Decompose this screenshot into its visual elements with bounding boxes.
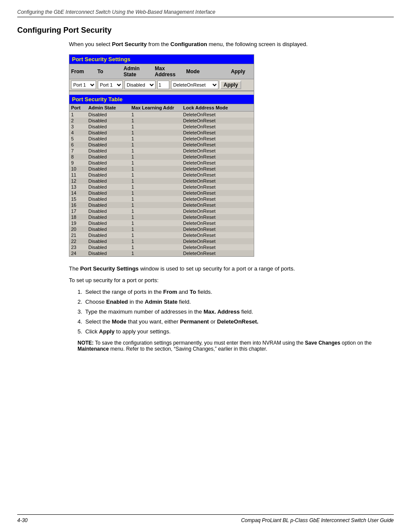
cell-mode: DeleteOnReset bbox=[181, 184, 254, 190]
table-row: 23 Disabled 1 DeleteOnReset bbox=[69, 244, 254, 250]
cell-max: 1 bbox=[130, 250, 181, 256]
table-row: 11 Disabled 1 DeleteOnReset bbox=[69, 172, 254, 178]
page-number: 4-30 bbox=[17, 517, 28, 523]
table-row: 10 Disabled 1 DeleteOnReset bbox=[69, 166, 254, 172]
cell-mode: DeleteOnReset bbox=[181, 136, 254, 142]
table-row: 19 Disabled 1 DeleteOnReset bbox=[69, 220, 254, 226]
cell-port: 16 bbox=[69, 202, 87, 208]
cell-port: 23 bbox=[69, 244, 87, 250]
cell-max: 1 bbox=[130, 202, 181, 208]
cell-max: 1 bbox=[130, 184, 181, 190]
from-group: Port 1 bbox=[71, 81, 96, 89]
cell-port: 8 bbox=[69, 154, 87, 160]
table-row: 22 Disabled 1 DeleteOnReset bbox=[69, 238, 254, 244]
step-2: 2. Choose Enabled in the Admin State fie… bbox=[78, 299, 394, 305]
pss-header: Port Security Settings bbox=[69, 55, 254, 64]
to-group: Port 1 bbox=[98, 81, 123, 89]
description-text1: The Port Security Settings window is use… bbox=[69, 265, 394, 272]
cell-mode: DeleteOnReset bbox=[181, 118, 254, 124]
from-select[interactable]: Port 1 bbox=[71, 81, 96, 89]
step-4: 4. Select the Mode that you want, either… bbox=[78, 318, 394, 325]
table-row: 24 Disabled 1 DeleteOnReset bbox=[69, 250, 254, 256]
cell-port: 17 bbox=[69, 208, 87, 214]
admin-state-select[interactable]: Disabled Enabled bbox=[125, 81, 156, 89]
table-row: 1 Disabled 1 DeleteOnReset bbox=[69, 112, 254, 118]
cell-admin: Disabled bbox=[87, 136, 130, 142]
th-admin: Admin State bbox=[87, 104, 130, 112]
steps-list: 1. Select the range of ports in the From… bbox=[78, 289, 394, 335]
table-row: 2 Disabled 1 DeleteOnReset bbox=[69, 118, 254, 124]
table-row: 8 Disabled 1 DeleteOnReset bbox=[69, 154, 254, 160]
cell-mode: DeleteOnReset bbox=[181, 142, 254, 148]
table-row: 3 Disabled 1 DeleteOnReset bbox=[69, 124, 254, 130]
cell-admin: Disabled bbox=[87, 130, 130, 136]
guide-title: Compaq ProLiant BL p-Class GbE Interconn… bbox=[241, 517, 394, 523]
cell-max: 1 bbox=[130, 214, 181, 220]
to-select[interactable]: Port 1 bbox=[98, 81, 123, 89]
cell-max: 1 bbox=[130, 208, 181, 214]
pss-column-headers: From To Admin State Max Address Mode App… bbox=[69, 64, 254, 79]
mode-select[interactable]: DeleteOnReset Permanent bbox=[171, 81, 218, 89]
th-port: Port bbox=[69, 104, 87, 112]
table-row: 6 Disabled 1 DeleteOnReset bbox=[69, 142, 254, 148]
cell-port: 5 bbox=[69, 136, 87, 142]
intro-text: When you select Port Security from the C… bbox=[69, 41, 394, 47]
cell-port: 24 bbox=[69, 250, 87, 256]
cell-mode: DeleteOnReset bbox=[181, 172, 254, 178]
cell-admin: Disabled bbox=[87, 190, 130, 196]
max-address-input[interactable] bbox=[157, 81, 169, 89]
cell-port: 14 bbox=[69, 190, 87, 196]
cell-admin: Disabled bbox=[87, 202, 130, 208]
cell-max: 1 bbox=[130, 226, 181, 232]
cell-mode: DeleteOnReset bbox=[181, 226, 254, 232]
cell-mode: DeleteOnReset bbox=[181, 154, 254, 160]
table-row: 14 Disabled 1 DeleteOnReset bbox=[69, 190, 254, 196]
col-header-from: From bbox=[71, 68, 93, 75]
table-row: 18 Disabled 1 DeleteOnReset bbox=[69, 214, 254, 220]
cell-max: 1 bbox=[130, 112, 181, 118]
cell-admin: Disabled bbox=[87, 226, 130, 232]
table-row: 12 Disabled 1 DeleteOnReset bbox=[69, 178, 254, 184]
cell-admin: Disabled bbox=[87, 220, 130, 226]
cell-max: 1 bbox=[130, 190, 181, 196]
cell-port: 2 bbox=[69, 118, 87, 124]
cell-mode: DeleteOnReset bbox=[181, 196, 254, 202]
port-security-table: Port Admin State Max Learning Addr Lock … bbox=[69, 104, 254, 256]
cell-port: 10 bbox=[69, 166, 87, 172]
cell-admin: Disabled bbox=[87, 208, 130, 214]
screenshot-container: Port Security Settings From To Admin Sta… bbox=[69, 54, 254, 257]
cell-admin: Disabled bbox=[87, 250, 130, 256]
page-title: Configuring Port Security bbox=[17, 26, 394, 35]
cell-max: 1 bbox=[130, 160, 181, 166]
table-row: 17 Disabled 1 DeleteOnReset bbox=[69, 208, 254, 214]
cell-admin: Disabled bbox=[87, 148, 130, 154]
step-1: 1. Select the range of ports in the From… bbox=[78, 289, 394, 295]
cell-mode: DeleteOnReset bbox=[181, 148, 254, 154]
cell-mode: DeleteOnReset bbox=[181, 220, 254, 226]
cell-admin: Disabled bbox=[87, 196, 130, 202]
cell-max: 1 bbox=[130, 154, 181, 160]
cell-port: 20 bbox=[69, 226, 87, 232]
cell-port: 18 bbox=[69, 214, 87, 220]
step-3: 3. Type the maximum number of addresses … bbox=[78, 308, 394, 315]
cell-max: 1 bbox=[130, 142, 181, 148]
cell-max: 1 bbox=[130, 118, 181, 124]
top-bar: Configuring the GbE Interconnect Switch … bbox=[17, 9, 394, 17]
col-header-to: To bbox=[97, 68, 119, 75]
table-body: 1 Disabled 1 DeleteOnReset 2 Disabled 1 … bbox=[69, 112, 254, 257]
cell-mode: DeleteOnReset bbox=[181, 232, 254, 238]
cell-max: 1 bbox=[130, 172, 181, 178]
description-text2: To set up security for a port or ports: bbox=[69, 277, 394, 283]
cell-port: 19 bbox=[69, 220, 87, 226]
cell-port: 7 bbox=[69, 148, 87, 154]
cell-mode: DeleteOnReset bbox=[181, 166, 254, 172]
cell-port: 15 bbox=[69, 196, 87, 202]
page-wrapper: Configuring the GbE Interconnect Switch … bbox=[0, 0, 411, 532]
cell-admin: Disabled bbox=[87, 154, 130, 160]
cell-max: 1 bbox=[130, 238, 181, 244]
cell-admin: Disabled bbox=[87, 178, 130, 184]
cell-port: 21 bbox=[69, 232, 87, 238]
cell-mode: DeleteOnReset bbox=[181, 178, 254, 184]
apply-button[interactable]: Apply bbox=[220, 81, 241, 89]
cell-admin: Disabled bbox=[87, 244, 130, 250]
